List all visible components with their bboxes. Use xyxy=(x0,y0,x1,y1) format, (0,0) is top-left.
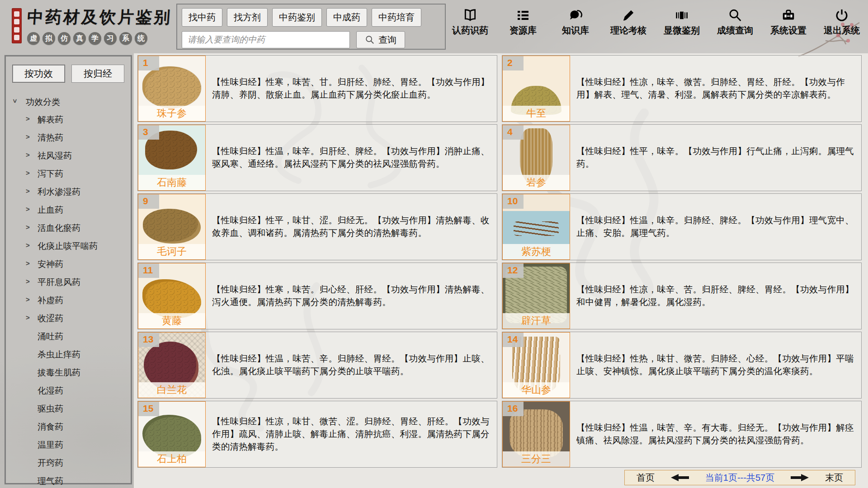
nav-item-理论考核[interactable]: 理论考核 xyxy=(610,8,646,37)
nav-item-label: 资源库 xyxy=(509,24,537,37)
filter-button-按功效[interactable]: 按功效 xyxy=(12,65,65,83)
nav-item-label: 认药识药 xyxy=(452,24,488,37)
herb-card-牛至[interactable]: 2牛至【性味归经】性凉，味辛、微苦。归肺经、胃经、肝经。【功效与作用】解表、理气… xyxy=(502,55,862,122)
sidebar-item-化痰止咳平喘药[interactable]: >化痰止咳平喘药 xyxy=(6,237,131,255)
herb-card-石南藤[interactable]: 3石南藤【性味归经】性温，味辛。归肝经、脾经。【功效与作用】消肿止痛、驱风寒、通… xyxy=(137,124,497,191)
first-page-button[interactable]: 首页 xyxy=(637,472,655,484)
chevron-right-icon: > xyxy=(26,314,30,321)
tab-中药鉴别[interactable]: 中药鉴别 xyxy=(272,8,322,27)
herb-card-石上柏[interactable]: 15石上柏【性味归经】性凉，味甘、微苦、涩。归肺经、胃经、肝经。【功效与作用】疏… xyxy=(137,401,497,468)
sidebar-item-温里药[interactable]: 温里药 xyxy=(6,436,131,454)
sidebar-item-活血化瘀药[interactable]: >活血化瘀药 xyxy=(6,219,131,237)
query-button[interactable]: 查询 xyxy=(356,31,405,48)
sidebar-item-label: 祛风湿药 xyxy=(38,151,72,160)
herb-image[interactable]: 3石南藤 xyxy=(138,125,206,191)
herb-card-三分三[interactable]: 16三分三【性味归经】性温，味苦、辛。有大毒。归经无。【功效与作用】解痉镇痛、祛… xyxy=(502,401,862,468)
tab-找中药[interactable]: 找中药 xyxy=(182,8,222,27)
herb-image[interactable]: 1珠子参 xyxy=(138,56,206,122)
herb-card-紫苏梗[interactable]: 10紫苏梗【性味归经】性温，味辛。归肺经、脾经。【功效与作用】理气宽中、止痛、安… xyxy=(502,193,862,260)
sidebar-item-杀虫止痒药[interactable]: 杀虫止痒药 xyxy=(6,346,131,364)
herb-card-辟汗草[interactable]: 12辟汗草【性味归经】性凉，味辛、苦。归肝经、脾经、胃经。【功效与作用】和中健胃… xyxy=(502,263,862,329)
filter-button-按归经[interactable]: 按归经 xyxy=(71,65,124,83)
sidebar-item-解表药[interactable]: >解表药 xyxy=(6,111,131,129)
card-number: 13 xyxy=(138,333,159,347)
sidebar-item-祛风湿药[interactable]: >祛风湿药 xyxy=(6,147,131,165)
sidebar-item-安神药[interactable]: >安神药 xyxy=(6,255,131,273)
sidebar-item-拔毒生肌药[interactable]: 拔毒生肌药 xyxy=(6,364,131,382)
toolbox-icon xyxy=(781,8,796,23)
subtitle-char-badge: 统 xyxy=(135,32,147,45)
chevron-right-icon: > xyxy=(26,205,30,213)
sidebar-item-清热药[interactable]: >清热药 xyxy=(6,129,131,147)
subtitle-char-badge: 真 xyxy=(73,32,86,45)
category-tree: > 功效分类 >解表药>清热药>祛风湿药>泻下药>利水渗湿药>止血药>活血化瘀药… xyxy=(6,94,131,488)
herb-card-黄藤[interactable]: 11黄藤【性味归经】性寒，味苦。归心经、肝经。【功效与作用】清热解毒、泻火通便。… xyxy=(137,263,497,329)
sidebar-item-涌吐药[interactable]: 涌吐药 xyxy=(6,328,131,346)
herb-description: 【性味归经】性寒，味苦、甘。归肝经、肺经、胃经。【功效与作用】清肺、养阴、散瘀止… xyxy=(206,56,497,122)
herb-image[interactable]: 15石上柏 xyxy=(138,401,206,467)
card-number: 2 xyxy=(503,56,524,70)
herb-image[interactable]: 9毛诃子 xyxy=(138,194,206,260)
herb-card-华山参[interactable]: 14华山参【性味归经】性热，味甘、微苦。归肺经、心经。【功效与作用】平喘止咳、安… xyxy=(502,332,862,399)
tab-中药培育[interactable]: 中药培育 xyxy=(372,8,421,27)
herb-card-毛诃子[interactable]: 9毛诃子【性味归经】性平，味甘、涩。归经无。【功效与作用】清热解毒、收敛养血、调… xyxy=(137,193,497,260)
nav-item-成绩查询[interactable]: 成绩查询 xyxy=(717,8,753,37)
nav-item-label: 理论考核 xyxy=(610,24,646,37)
herb-card-白兰花[interactable]: 13白兰花【性味归经】性温，味苦、辛。归肺经、胃经。【功效与作用】止咳、化浊。属… xyxy=(137,332,497,399)
herb-image[interactable]: 12辟汗草 xyxy=(502,263,570,329)
book-icon xyxy=(463,8,477,23)
herb-image[interactable]: 16三分三 xyxy=(502,401,570,467)
sidebar-item-补虚药[interactable]: >补虚药 xyxy=(6,291,131,310)
herb-image[interactable]: 10紫苏梗 xyxy=(502,194,570,260)
tree-root-category[interactable]: > 功效分类 xyxy=(6,94,131,111)
nav-item-label: 退出系统 xyxy=(824,24,860,37)
page-status[interactable]: 当前1页---共57页 xyxy=(705,472,774,484)
nav-item-资源库[interactable]: 资源库 xyxy=(505,8,541,37)
chevron-right-icon: > xyxy=(26,259,30,267)
sidebar-item-开窍药[interactable]: 开窍药 xyxy=(6,454,131,472)
prev-page-button[interactable] xyxy=(670,474,690,482)
nav-item-label: 显微鉴别 xyxy=(664,24,700,37)
herb-description: 【性味归经】性平，味辛。【功效与作用】行气止痛，止泻痢。属理气药。 xyxy=(570,125,861,191)
sidebar-item-label: 止血药 xyxy=(38,205,63,215)
search-input[interactable] xyxy=(182,31,350,48)
sidebar-item-label: 清热药 xyxy=(38,133,63,142)
herb-image[interactable]: 14华山参 xyxy=(502,332,570,398)
herb-name: 华山参 xyxy=(503,382,570,398)
herb-card-岩参[interactable]: 4岩参【性味归经】性平，味辛。【功效与作用】行气止痛，止泻痢。属理气药。 xyxy=(502,124,862,191)
herb-description: 【性味归经】性温，味苦、辛。有大毒。归经无。【功效与作用】解痉镇痛、祛风除湿。属… xyxy=(570,401,861,467)
nav-item-退出系统[interactable]: 退出系统 xyxy=(824,8,860,37)
nav-item-认药识药[interactable]: 认药识药 xyxy=(452,8,488,37)
sidebar-item-驱虫药[interactable]: 驱虫药 xyxy=(6,400,131,418)
next-page-button[interactable] xyxy=(789,474,810,482)
subtitle-char-badge: 学 xyxy=(89,32,101,45)
herb-name: 石上柏 xyxy=(138,451,205,467)
nav-item-系统设置[interactable]: 系统设置 xyxy=(770,8,807,37)
chat-icon xyxy=(568,8,583,23)
card-number: 3 xyxy=(138,125,159,140)
herb-image[interactable]: 13白兰花 xyxy=(138,332,206,398)
subtitle-char-badge: 系 xyxy=(119,32,132,45)
herb-image[interactable]: 11黄藤 xyxy=(138,263,206,329)
sidebar-item-利水渗湿药[interactable]: >利水渗湿药 xyxy=(6,183,131,201)
sidebar-item-收涩药[interactable]: >收涩药 xyxy=(6,310,131,328)
sidebar-item-理气药[interactable]: 理气药 xyxy=(6,472,131,488)
chevron-right-icon: > xyxy=(26,187,30,195)
sidebar-item-消食药[interactable]: 消食药 xyxy=(6,418,131,436)
tab-找方剂[interactable]: 找方剂 xyxy=(227,8,268,27)
herb-image[interactable]: 2牛至 xyxy=(502,56,570,122)
subtitle-char-badge: 习 xyxy=(104,32,117,45)
card-number: 14 xyxy=(503,333,524,347)
sidebar-item-平肝息风药[interactable]: >平肝息风药 xyxy=(6,273,131,291)
subtitle-char-badge: 仿 xyxy=(58,32,71,45)
tab-中成药[interactable]: 中成药 xyxy=(326,8,367,27)
pagination: 首页 当前1页---共57页 末页 xyxy=(624,470,855,485)
herb-card-珠子参[interactable]: 1珠子参【性味归经】性寒，味苦、甘。归肝经、肺经、胃经。【功效与作用】清肺、养阴… xyxy=(137,55,497,122)
sidebar-item-泻下药[interactable]: >泻下药 xyxy=(6,165,131,183)
sidebar-item-止血药[interactable]: >止血药 xyxy=(6,201,131,219)
herb-image[interactable]: 4岩参 xyxy=(502,125,570,191)
nav-item-知识库[interactable]: 知识库 xyxy=(558,8,593,37)
last-page-button[interactable]: 末页 xyxy=(825,472,843,484)
nav-item-显微鉴别[interactable]: 显微鉴别 xyxy=(664,8,700,37)
sidebar-item-化湿药[interactable]: 化湿药 xyxy=(6,382,131,400)
